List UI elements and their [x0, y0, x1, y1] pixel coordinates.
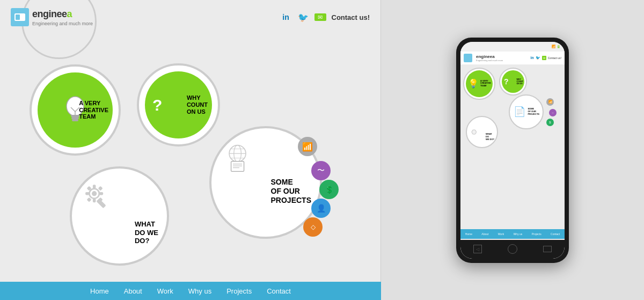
- svg-rect-12: [99, 192, 103, 195]
- phone-linkedin: in: [530, 56, 533, 60]
- right-panel: 📶 🔋 engineea Engineering and much more i…: [381, 0, 644, 300]
- creative-team-circle[interactable]: A VERY CREATIVE TEAM: [30, 64, 121, 156]
- nav-contact[interactable]: Contact: [267, 287, 291, 295]
- phone-status-bar: 📶 🔋: [460, 42, 565, 52]
- phone-twitter: 🐦: [536, 56, 540, 60]
- phone-projects-text: SOMEOF OURPROJECTS: [528, 108, 539, 115]
- phone-nav-contact[interactable]: Contact: [551, 232, 560, 236]
- what-do-inner: WHAT DO WE DO?: [78, 174, 161, 258]
- what-do-circle[interactable]: WHAT DO WE DO?: [70, 166, 169, 266]
- phone-creative-inner: 💡 A VERYCREATIVETEAM: [466, 70, 493, 97]
- svg-rect-1: [71, 115, 79, 117]
- phone-why-inner: ? WHYCOUNTON US: [502, 70, 524, 93]
- phone-bottom-nav: ◁: [460, 240, 565, 259]
- phone-logo-box: [464, 54, 472, 62]
- phone-question-icon: ?: [504, 77, 509, 86]
- globe-doc-icon: [222, 141, 254, 173]
- logo-group: engineea Engineering and much more: [32, 9, 93, 26]
- phone-gear-icon: ⚙: [471, 128, 478, 136]
- phone-float-3: $: [546, 119, 554, 126]
- gear-icon: [80, 180, 110, 209]
- why-count-circle[interactable]: ? WHY COUNT ON US: [137, 63, 220, 147]
- svg-rect-11: [85, 192, 89, 195]
- phone-nav-about[interactable]: About: [481, 232, 488, 236]
- phone-footer-nav: Home About Work Why us Projects Contact: [460, 229, 565, 239]
- logo-tagline: Engineering and much more: [32, 21, 93, 26]
- email-icon[interactable]: ✉: [314, 13, 326, 21]
- svg-rect-2: [71, 117, 79, 119]
- left-panel: engineea Engineering and much more in 🐦 …: [0, 0, 381, 300]
- phone-logo-tagline: Engineering and much more: [476, 59, 503, 62]
- header: engineea Engineering and much more in 🐦 …: [0, 8, 380, 26]
- logo-area: engineea Engineering and much more: [11, 8, 93, 26]
- phone-back-button[interactable]: ◁: [473, 245, 482, 253]
- phone-float-2: ~: [549, 109, 557, 116]
- phone-creative-circle: 💡 A VERYCREATIVETEAM: [463, 68, 495, 100]
- linkedin-icon[interactable]: in: [280, 11, 292, 23]
- phone-what-text: WHATDOWE DO?: [486, 133, 494, 141]
- phone-projects-circle: 📄 SOMEOF OURPROJECTS: [509, 94, 544, 129]
- float-icon-wifi: 📶: [298, 137, 317, 156]
- logo-accent: a: [67, 9, 72, 19]
- svg-rect-10: [93, 199, 96, 202]
- phone-nav-projects[interactable]: Projects: [532, 232, 541, 236]
- projects-text: SOME OF OUR PROJECTS: [271, 178, 311, 204]
- creative-text: A VERY CREATIVE TEAM: [79, 100, 108, 120]
- phone-recents-button[interactable]: [543, 246, 552, 252]
- phone-status-icons: 📶 🔋: [552, 45, 560, 48]
- phone-header: engineea Engineering and much more in 🐦 …: [460, 52, 565, 65]
- what-text: WHAT DO WE DO?: [135, 220, 158, 245]
- svg-point-8: [92, 191, 97, 196]
- nav-projects[interactable]: Projects: [226, 287, 252, 295]
- svg-rect-9: [93, 185, 96, 188]
- twitter-icon[interactable]: 🐦: [297, 11, 309, 23]
- footer-nav: Home About Work Why us Projects Contact: [0, 282, 381, 300]
- float-icon-person: 👤: [311, 199, 331, 218]
- phone-contact: Contact us!: [548, 56, 561, 60]
- svg-rect-3: [72, 119, 78, 121]
- phone-projects-inner: 📄 SOMEOF OURPROJECTS: [511, 97, 541, 127]
- contact-link[interactable]: Contact us!: [332, 13, 370, 21]
- phone-why-text: WHYCOUNTON US: [517, 78, 523, 85]
- nav-home[interactable]: Home: [90, 287, 109, 295]
- phone-nav-work[interactable]: Work: [498, 232, 504, 236]
- phone-creative-text: A VERYCREATIVETEAM: [480, 79, 491, 87]
- phone-content: 💡 A VERYCREATIVETEAM ? WHYCOUNTON US 📄: [460, 65, 565, 239]
- float-icon-squiggle: 〜: [311, 161, 331, 180]
- logo-box: [11, 8, 29, 26]
- phone-float-1: 📶: [546, 98, 554, 106]
- phone-mockup: 📶 🔋 engineea Engineering and much more i…: [456, 38, 569, 263]
- phone-nav-whyus[interactable]: Why us: [514, 232, 523, 236]
- phone-screen: 📶 🔋 engineea Engineering and much more i…: [460, 42, 565, 259]
- why-count-inner: ? WHY COUNT ON US: [145, 71, 212, 138]
- svg-rect-23: [231, 162, 244, 172]
- nav-about[interactable]: About: [124, 287, 142, 295]
- question-icon: ?: [152, 96, 162, 114]
- phone-why-circle: ? WHYCOUNTON US: [499, 68, 527, 96]
- why-text: WHY COUNT ON US: [187, 94, 208, 116]
- phone-home-button[interactable]: [508, 244, 517, 254]
- creative-team-inner: A VERY CREATIVE TEAM: [38, 72, 113, 148]
- nav-work[interactable]: Work: [157, 287, 173, 295]
- logo-box-inner: [14, 13, 25, 21]
- phone-logo-text: engineea: [476, 54, 503, 59]
- phone-social-icons: in 🐦 ✉ Contact us!: [530, 56, 561, 60]
- logo-text: engineea: [32, 9, 93, 20]
- social-icons: in 🐦 ✉ Contact us!: [280, 11, 370, 23]
- phone-what-circle: ⚙ WHATDOWE DO?: [466, 116, 498, 148]
- phone-nav-home[interactable]: Home: [465, 232, 472, 236]
- float-icon-dollar: 💲: [319, 180, 339, 199]
- phone-what-inner: ⚙ WHATDOWE DO?: [469, 119, 495, 145]
- phone-doc-icon: 📄: [514, 106, 525, 118]
- nav-why-us[interactable]: Why us: [188, 287, 211, 295]
- phone-bulb-icon: 💡: [468, 78, 479, 89]
- phone-email: ✉: [542, 56, 546, 60]
- float-icon-diamond: ◇: [303, 217, 323, 237]
